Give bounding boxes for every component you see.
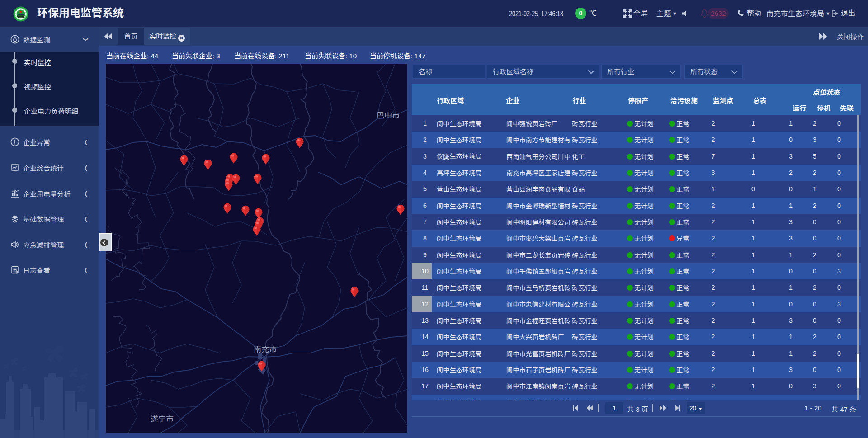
svg-text:巴中市: 巴中市 bbox=[377, 109, 400, 120]
svg-text:南充市: 南充市 bbox=[254, 343, 277, 354]
svg-text:遂宁市: 遂宁市 bbox=[151, 413, 174, 424]
